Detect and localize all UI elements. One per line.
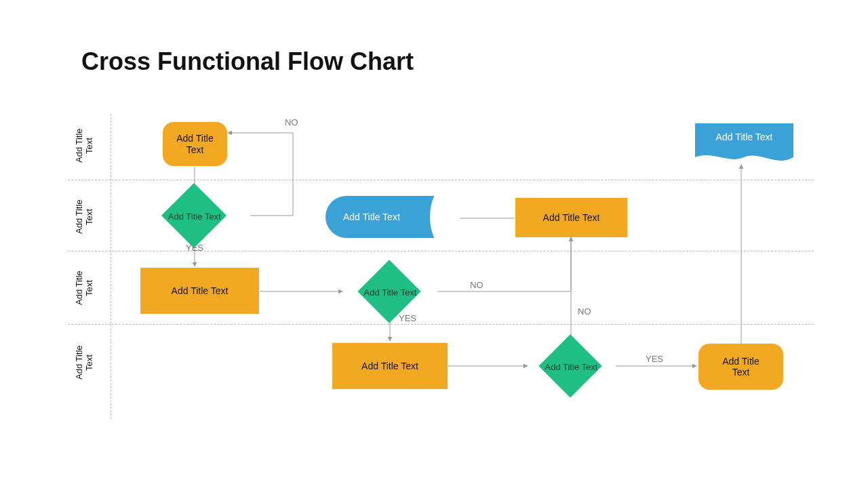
node-start[interactable]: Add Title Text	[163, 122, 227, 166]
node-process1-text: Add Title Text	[172, 285, 229, 296]
node-doc[interactable]: Add Title Text	[695, 123, 793, 165]
node-process3-l2: Text	[722, 367, 759, 378]
edge-label-d3-yes: YES	[646, 354, 663, 364]
node-process1[interactable]: Add Title Text	[140, 268, 259, 314]
node-doc-text: Add Title Text	[695, 123, 793, 165]
edge-label-d3-no: NO	[578, 306, 591, 317]
slide-canvas: Cross Functional Flow Chart Add Title Te…	[0, 0, 868, 488]
edge-label-d2-no: NO	[470, 280, 484, 290]
node-process3[interactable]: Add Title Text	[698, 344, 783, 390]
node-delay[interactable]: Add Title Text	[326, 196, 448, 238]
node-decision3-text: Add Title Text	[520, 344, 622, 389]
edge-label-d1-no: NO	[285, 117, 298, 127]
node-start-l2: Text	[176, 144, 213, 155]
node-start-l1: Add Title	[176, 133, 213, 144]
node-process2-text: Add Title Text	[361, 361, 418, 371]
node-decision1-text: Add Title Text	[144, 193, 245, 239]
node-process3-l1: Add Title	[722, 356, 759, 367]
node-process4[interactable]: Add Title Text	[515, 198, 627, 237]
arrow-layer	[0, 0, 868, 488]
node-decision1[interactable]: Add Title Text	[161, 183, 226, 248]
node-process2[interactable]: Add Title Text	[332, 343, 448, 389]
node-delay-text: Add Title Text	[343, 211, 400, 222]
node-decision2-text: Add Title Text	[339, 270, 441, 314]
node-process4-text: Add Title Text	[543, 212, 600, 223]
